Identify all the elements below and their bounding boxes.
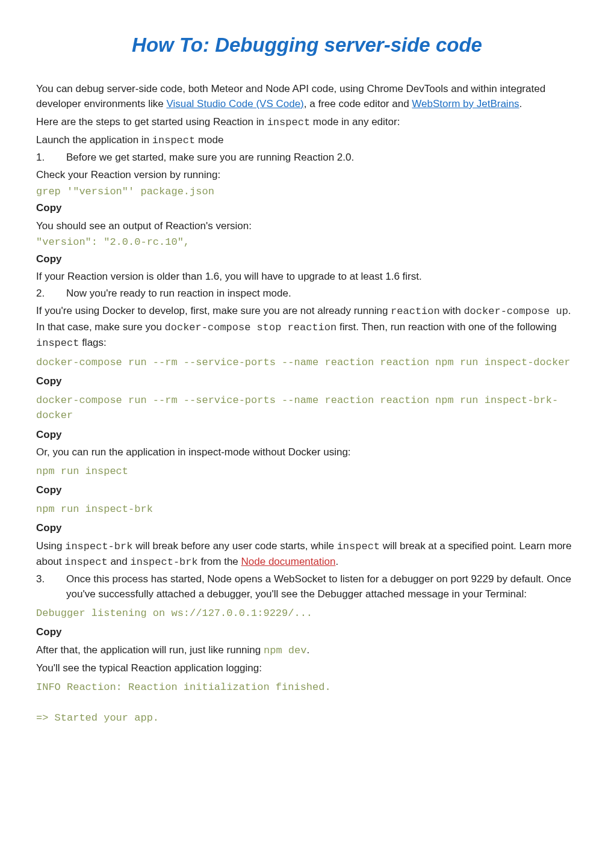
step-text: Once this process has started, Node open… xyxy=(66,571,578,602)
code-block-init-finished: INFO Reaction: Reaction initialization f… xyxy=(36,680,578,726)
check-version-text: Check your Reaction version by running: xyxy=(36,167,578,183)
text: with xyxy=(440,305,464,316)
text: mode in any editor: xyxy=(310,116,400,128)
text: flags: xyxy=(79,337,106,348)
text: , a free code editor and xyxy=(304,98,412,109)
step-number: 1. xyxy=(36,150,66,165)
copy-button[interactable]: Copy xyxy=(36,200,578,216)
inline-code: inspect xyxy=(152,135,195,146)
after-attach-text: After that, the application will run, ju… xyxy=(36,642,578,659)
webstorm-link[interactable]: WebStorm by JetBrains xyxy=(412,98,519,109)
copy-button[interactable]: Copy xyxy=(36,482,578,498)
node-docs-link[interactable]: Node documentation xyxy=(241,556,336,567)
text: After that, the application will run, ju… xyxy=(36,644,264,656)
intro-para-2: Here are the steps to get started using … xyxy=(36,114,578,131)
code-block-docker-inspect: docker-compose run --rm --service-ports … xyxy=(36,355,578,371)
code-block-docker-inspect-brk: docker-compose run --rm --service-ports … xyxy=(36,393,578,423)
code-block-version: "version": "2.0.0-rc.10", xyxy=(36,235,578,250)
text: first. Then, run reaction with one of th… xyxy=(336,321,556,333)
inline-code: inspect xyxy=(64,556,107,568)
logging-text: You'll see the typical Reaction applicat… xyxy=(36,660,578,676)
step-1: 1. Before we get started, make sure you … xyxy=(36,150,578,165)
intro-para-3: Launch the application in inspect mode xyxy=(36,132,578,149)
text: from the xyxy=(198,556,241,567)
text: Launch the application in xyxy=(36,134,152,146)
step-3: 3. Once this process has started, Node o… xyxy=(36,571,578,602)
text: . xyxy=(519,98,523,109)
step-number: 2. xyxy=(36,286,66,301)
inline-code: inspect xyxy=(337,541,380,552)
inline-code: inspect xyxy=(36,337,79,349)
inline-code: docker-compose up xyxy=(464,306,568,317)
text: will break before any user code starts, … xyxy=(132,540,336,552)
code-block-npm-inspect-brk: npm run inspect-brk xyxy=(36,502,578,517)
without-docker-text: Or, you can run the application in inspe… xyxy=(36,445,578,460)
inspect-explanation: Using inspect-brk will break before any … xyxy=(36,538,578,570)
text: Here are the steps to get started using … xyxy=(36,116,267,128)
step-2: 2. Now you're ready to run reaction in i… xyxy=(36,286,578,301)
text: Using xyxy=(36,540,65,552)
step-number: 3. xyxy=(36,571,66,587)
docker-hint: If you're using Docker to develop, first… xyxy=(36,303,578,351)
text: and xyxy=(108,556,131,567)
copy-button[interactable]: Copy xyxy=(36,624,578,640)
intro-para-1: You can debug server-side code, both Met… xyxy=(36,81,578,112)
inline-code: inspect xyxy=(267,117,310,128)
upgrade-note: If your Reaction version is older than 1… xyxy=(36,269,578,285)
inline-code: inspect-brk xyxy=(131,556,198,568)
page-title: How To: Debugging server-side code xyxy=(36,30,578,60)
version-output-text: You should see an output of Reaction's v… xyxy=(36,218,578,234)
inline-code: inspect-brk xyxy=(65,541,132,552)
step-text: Now you're ready to run reaction in insp… xyxy=(66,286,578,301)
copy-button[interactable]: Copy xyxy=(36,427,578,443)
text: mode xyxy=(195,134,223,146)
code-block-debugger-listening: Debugger listening on ws://127.0.0.1:922… xyxy=(36,606,578,621)
inline-code: docker-compose stop reaction xyxy=(165,322,337,333)
text: If you're using Docker to develop, first… xyxy=(36,305,391,316)
code-block-grep: grep '"version"' package.json xyxy=(36,184,578,200)
copy-button[interactable]: Copy xyxy=(36,251,578,267)
text: . xyxy=(306,644,309,656)
copy-button[interactable]: Copy xyxy=(36,374,578,389)
inline-code: npm dev xyxy=(264,645,306,656)
inline-code: reaction xyxy=(391,306,440,317)
code-block-npm-inspect: npm run inspect xyxy=(36,464,578,479)
copy-button[interactable]: Copy xyxy=(36,520,578,536)
vscode-link[interactable]: Visual Studio Code (VS Code) xyxy=(166,98,303,109)
text: . xyxy=(335,556,338,567)
step-text: Before we get started, make sure you are… xyxy=(66,150,578,165)
